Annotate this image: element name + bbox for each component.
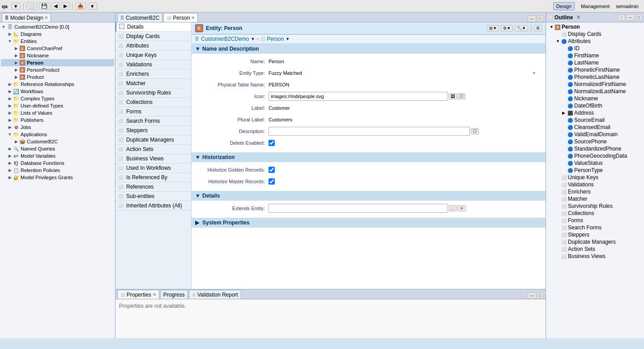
tab-properties[interactable]: ⬜ Properties ✕ (117, 290, 159, 299)
entity-toolbar-btn4[interactable]: ⚙ (534, 25, 542, 31)
toggle-workflows[interactable]: ▶ (7, 89, 13, 94)
checkbox-hist-master[interactable] (269, 178, 275, 185)
left-tree-item-ref_rel[interactable]: ▶📁Reference Relationships (1, 81, 114, 88)
right-tree-item-18[interactable]: 🔵PhoneGeocodingData (547, 152, 643, 159)
left-tree-item-personproduct[interactable]: ▶EPersonProduct (1, 66, 114, 73)
toggle-ref_rel[interactable]: ▶ (7, 82, 13, 86)
right-tree-item-28[interactable]: ⬜Search Forms (547, 224, 643, 231)
left-tree-item-nickname[interactable]: ▶ENickname (1, 52, 114, 59)
tab-progress[interactable]: Progress (160, 290, 188, 299)
entity-nav-sub-entities[interactable]: ⬜Sub-entities (115, 192, 191, 201)
toggle-db_functions[interactable]: ▶ (7, 161, 13, 165)
rtoggle-0[interactable]: ▼ (550, 25, 555, 29)
toggle-personproduct[interactable]: ▶ (13, 68, 19, 72)
entity-toolbar-btn3[interactable]: 🔧▼ (515, 25, 528, 31)
section-historization[interactable]: ▼ Historization (192, 152, 546, 162)
toggle-publishers[interactable]: ▶ (7, 118, 13, 122)
outline-min-btn[interactable]: — (626, 14, 635, 21)
toggle-entities[interactable]: ▼ (7, 39, 13, 43)
right-tree-item-17[interactable]: 🔵StandardizedPhone (547, 145, 643, 152)
input-icon[interactable] (269, 92, 448, 101)
toggle-customerb2c_app[interactable]: ▶ (13, 139, 19, 144)
right-tree-item-25[interactable]: ⬜Survivorship Rules (547, 203, 643, 210)
icon-browse-btn[interactable]: 🖼 (448, 93, 457, 99)
section-system-props[interactable]: ▶ System Properties (192, 218, 546, 228)
entity-nav-collections[interactable]: ⬜Collections (115, 98, 191, 107)
minimize-editor[interactable]: — (528, 16, 536, 22)
section-collapse-4[interactable]: ▶ (195, 220, 200, 226)
left-tree-item-model_variables[interactable]: ▶x=Model Variables (1, 152, 114, 159)
toolbar-btn-save[interactable]: 💾 (39, 2, 50, 10)
section-collapse-2[interactable]: ▼ (195, 154, 200, 160)
right-tree-item-24[interactable]: ⬜Matcher (547, 195, 643, 203)
breadcrumb-entity-arrow[interactable]: ▼ (286, 37, 290, 41)
toolbar-btn-publish[interactable]: 📤 (75, 2, 86, 10)
model-design-tab-close[interactable]: ✕ (44, 15, 48, 20)
left-tree-item-complex_types[interactable]: ▶📁Complex Types (1, 95, 114, 102)
toggle-model_variables[interactable]: ▶ (7, 154, 13, 158)
right-tree-item-20[interactable]: 🔵PersonType (547, 167, 643, 174)
entity-nav-used-in-workflows[interactable]: ⬜Used In Workflows (115, 164, 191, 173)
toggle-user_def_types[interactable]: ▶ (7, 103, 13, 108)
right-tree-item-2[interactable]: ▼🔵Attributes (547, 38, 643, 45)
toggle-product[interactable]: ▶ (13, 75, 19, 79)
tab-validation[interactable]: ⚠ Validation Report (189, 290, 241, 299)
toggle-complex_types[interactable]: ▶ (7, 96, 13, 101)
model-design-tab[interactable]: 🗄 Model Design ✕ (2, 13, 51, 22)
section-name-desc[interactable]: ▼ Name and Description (192, 44, 546, 54)
left-tree-item-jobs[interactable]: ▶⚙Jobs (1, 124, 114, 131)
person-tab-close[interactable]: ✕ (191, 15, 195, 20)
entity-nav-steppers[interactable]: ⬜Steppers (115, 126, 191, 135)
left-tree-item-workflows[interactable]: ▶🔄Workflows (1, 88, 114, 95)
left-tree-item-db_functions[interactable]: ▶f()Database Functions (1, 159, 114, 167)
right-tree-item-27[interactable]: ⬜Forms (547, 217, 643, 224)
right-tree-item-9[interactable]: 🔵NormalizedLastName (547, 88, 643, 95)
entity-nav-attributes[interactable]: ⬜Attributes (115, 41, 191, 51)
left-tree-item-lists_of_values[interactable]: ▶📁Lists of Values (1, 109, 114, 116)
right-tree-item-15[interactable]: 🔵ValidEmailDomain (547, 131, 643, 138)
right-tree-item-12[interactable]: ▶⬛Address (547, 109, 643, 116)
right-tree-item-29[interactable]: ⬜Steppers (547, 231, 643, 238)
left-tree-item-product[interactable]: ▶EProduct (1, 73, 114, 81)
right-tree-item-4[interactable]: 🔵FirstName (547, 52, 643, 59)
right-tree-item-19[interactable]: 🔵ValueStatus (547, 159, 643, 167)
left-tree-item-person[interactable]: ▶EPerson (1, 59, 114, 66)
breadcrumb-db[interactable]: CustomerB2CDemo (201, 36, 249, 42)
right-tree-item-16[interactable]: 🔵SourcePhone (547, 138, 643, 145)
entity-nav-forms[interactable]: ⬜Forms (115, 107, 191, 116)
breadcrumb-db-arrow[interactable]: ▼ (251, 37, 255, 41)
left-tree-item-entities[interactable]: ▼📁Entities (1, 38, 114, 45)
entity-toolbar-btn2[interactable]: ⚙▼ (501, 25, 513, 31)
toggle-diagrams[interactable]: ▶ (7, 32, 13, 36)
entity-nav-survivorship-rules[interactable]: ⬜Survivorship Rules (115, 88, 191, 98)
entity-nav-validations[interactable]: ⬜Validations (115, 60, 191, 69)
toolbar-btn-arrow-left[interactable]: ◀ (51, 2, 60, 10)
outline-close[interactable]: ✕ (576, 15, 580, 20)
entity-nav-details[interactable]: Details (115, 22, 191, 32)
tab-customerb2c[interactable]: 🗄 CustomerB2C (117, 13, 162, 22)
input-description[interactable] (269, 127, 470, 136)
right-tree-item-26[interactable]: ⬜Collections (547, 210, 643, 217)
rtoggle-2[interactable]: ▼ (556, 39, 561, 43)
toggle-named_queries[interactable]: ▶ (7, 146, 13, 151)
section-details[interactable]: ▼ Details (192, 191, 546, 201)
extends-clear-btn[interactable]: ✕ (458, 205, 466, 211)
left-tree-item-user_def_types[interactable]: ▶📁User-defined Types (1, 102, 114, 109)
left-tree-item-diagrams[interactable]: ▶📐Diagrams (1, 30, 114, 38)
right-tree-item-32[interactable]: ⬜Business Views (547, 253, 643, 260)
left-tree-item-retention_policies[interactable]: ▶📋Retention Policies (1, 167, 114, 174)
bottom-min-btn[interactable]: — (528, 293, 536, 299)
right-tree-item-7[interactable]: 🔵PhoneticLastName (547, 73, 643, 81)
right-tree-item-1[interactable]: ⬜Display Cards (547, 30, 643, 38)
entity-nav-matcher[interactable]: ⬜Matcher (115, 79, 191, 88)
left-tree-item-commchanpref[interactable]: ▶ECommChanPref (1, 45, 114, 52)
checkbox-hist-golden[interactable] (269, 167, 275, 173)
toggle-model_priv[interactable]: ▶ (7, 175, 13, 180)
section-collapse-3[interactable]: ▼ (195, 193, 200, 199)
left-tree-item-named_queries[interactable]: ▶🔍Named Queries (1, 145, 114, 152)
rtoggle-12[interactable]: ▶ (562, 111, 567, 115)
entity-nav-search-forms[interactable]: ⬜Search Forms (115, 116, 191, 126)
extends-browse-btn[interactable]: … (448, 205, 457, 211)
toggle-person[interactable]: ▶ (13, 60, 19, 65)
outline-sync-btn[interactable]: ↑ (618, 14, 625, 21)
